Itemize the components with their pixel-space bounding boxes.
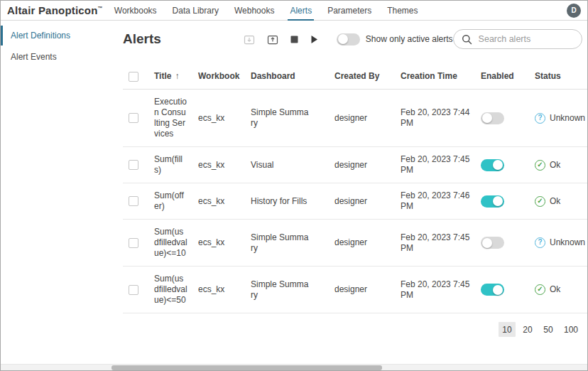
toggle-knob: [493, 196, 503, 206]
sidebar-item-alert-events[interactable]: Alert Events: [1, 46, 114, 68]
row-checkbox[interactable]: [129, 285, 138, 295]
brand-logo: Altair Panopticon™: [7, 4, 103, 16]
cell-created-by: designer: [334, 106, 401, 131]
cell-status: ✓Ok: [535, 189, 587, 214]
cell-created-by: designer: [334, 230, 401, 255]
cell-workbook: ecs_kx: [198, 153, 251, 178]
cell-title: Execution Consulting Services: [154, 90, 198, 146]
alerts-toolbar: Alerts: [123, 25, 587, 53]
search-icon: [462, 34, 472, 45]
column-header-status[interactable]: Status: [535, 67, 587, 87]
enabled-toggle[interactable]: [481, 112, 504, 124]
cell-dashboard: Simple Summary: [251, 272, 334, 308]
row-checkbox[interactable]: [129, 196, 138, 206]
cell-creation-time: Feb 20, 2023 7:45 PM: [401, 272, 481, 308]
table-row: Sum(offer)ecs_kxHistory for Fillsdesigne…: [123, 183, 587, 220]
export-alerts-icon[interactable]: [267, 34, 278, 45]
status-ok-icon: ✓: [535, 160, 545, 171]
toggle-knob: [493, 285, 503, 295]
cell-workbook: ecs_kx: [198, 230, 251, 255]
page-size-20[interactable]: 20: [519, 322, 536, 337]
column-header-created-by[interactable]: Created By: [334, 67, 401, 87]
tab-themes[interactable]: Themes: [387, 1, 418, 20]
cell-workbook: ecs_kx: [198, 277, 251, 302]
table-row: Sum(usdfilledvalue)<=10ecs_kxSimple Summ…: [123, 220, 587, 267]
select-all-checkbox[interactable]: [129, 72, 138, 82]
row-checkbox[interactable]: [129, 238, 138, 248]
search-input[interactable]: [479, 34, 574, 44]
nav-tabs: WorkbooksData LibraryWebhooksAlertsParam…: [114, 1, 434, 20]
row-checkbox[interactable]: [129, 160, 138, 170]
cell-status: ?Unknown: [535, 230, 588, 255]
column-header-title[interactable]: Title↑: [154, 67, 198, 87]
status-ok-icon: ✓: [535, 196, 545, 207]
row-checkbox[interactable]: [129, 113, 138, 123]
show-only-active-alerts-label: Show only active alerts: [366, 34, 453, 44]
start-alerts-icon[interactable]: [310, 35, 318, 44]
cell-status: ✓Ok: [535, 277, 587, 302]
sort-ascending-icon: ↑: [175, 71, 179, 81]
page-title: Alerts: [123, 31, 161, 47]
user-avatar[interactable]: D: [567, 4, 581, 18]
cell-creation-time: Feb 20, 2023 7:44 PM: [401, 100, 481, 136]
status-label: Unknown: [550, 237, 585, 248]
column-header-enabled[interactable]: Enabled: [481, 67, 535, 87]
stop-alerts-icon[interactable]: [290, 36, 298, 43]
column-header-workbook[interactable]: Workbook: [198, 67, 251, 87]
enabled-toggle[interactable]: [481, 159, 504, 171]
cell-created-by: designer: [334, 277, 401, 302]
enabled-toggle[interactable]: [481, 237, 504, 249]
status-ok-icon: ✓: [535, 284, 545, 295]
toggle-knob: [493, 160, 503, 170]
import-alerts-icon[interactable]: [244, 34, 255, 45]
cell-title: Sum(usdfilledvalue)<=10: [154, 220, 198, 266]
table-row: Sum(usdfilledvalue)<=50ecs_kxSimple Summ…: [123, 267, 587, 313]
cell-status: ?Unknown: [535, 106, 588, 131]
cell-status: ✓Ok: [535, 153, 587, 178]
trademark-symbol: ™: [98, 6, 103, 11]
sidebar-item-alert-definitions[interactable]: Alert Definitions: [1, 25, 114, 46]
enabled-toggle[interactable]: [481, 195, 504, 208]
page-size-50[interactable]: 50: [540, 322, 557, 337]
tab-workbooks[interactable]: Workbooks: [114, 1, 157, 20]
cell-title: Sum(fills): [154, 147, 198, 183]
status-label: Ok: [550, 196, 560, 207]
table-row: Execution Consulting Servicesecs_kxSimpl…: [123, 90, 587, 147]
status-label: Ok: [550, 160, 560, 171]
cell-dashboard: Simple Summary: [251, 225, 334, 261]
status-unknown-icon: ?: [535, 113, 545, 124]
toggle-knob: [482, 238, 492, 248]
tab-alerts[interactable]: Alerts: [290, 1, 312, 20]
table-header: Title↑WorkbookDashboardCreated ByCreatio…: [123, 65, 587, 90]
status-label: Ok: [550, 284, 560, 295]
cell-title: Sum(usdfilledvalue)<=50: [154, 267, 198, 313]
status-unknown-icon: ?: [535, 237, 545, 248]
top-nav: Altair Panopticon™ WorkbooksData Library…: [1, 1, 587, 21]
alerts-table: Title↑WorkbookDashboardCreated ByCreatio…: [123, 65, 587, 313]
cell-workbook: ecs_kx: [198, 189, 251, 214]
show-only-active-alerts-toggle[interactable]: [337, 33, 360, 45]
cell-created-by: designer: [334, 153, 401, 178]
search-box: [453, 29, 582, 49]
table-row: Sum(fills)ecs_kxVisualdesignerFeb 20, 20…: [123, 147, 587, 183]
cell-dashboard: Simple Summary: [251, 100, 334, 136]
pagination: 102050100: [123, 322, 582, 337]
app-window: Altair Panopticon™ WorkbooksData Library…: [0, 0, 588, 371]
main-content: Alerts: [114, 21, 587, 364]
active-alerts-toggle-group: Show only active alerts: [337, 33, 453, 45]
table-body: Execution Consulting Servicesecs_kxSimpl…: [123, 90, 587, 313]
enabled-toggle[interactable]: [481, 284, 504, 296]
horizontal-scrollbar: [1, 364, 587, 370]
page-size-100[interactable]: 100: [560, 322, 582, 337]
cell-creation-time: Feb 20, 2023 7:45 PM: [401, 225, 481, 261]
tab-data-library[interactable]: Data Library: [173, 1, 219, 20]
tab-webhooks[interactable]: Webhooks: [234, 1, 274, 20]
page-size-10[interactable]: 10: [499, 322, 516, 337]
cell-dashboard: History for Fills: [251, 189, 334, 214]
column-header-creation-time[interactable]: Creation Time: [401, 67, 481, 87]
sidebar: Alert DefinitionsAlert Events: [1, 21, 114, 364]
tab-parameters[interactable]: Parameters: [327, 1, 371, 20]
cell-creation-time: Feb 20, 2023 7:46 PM: [401, 183, 481, 219]
horizontal-scrollbar-thumb[interactable]: [111, 365, 382, 370]
column-header-dashboard[interactable]: Dashboard: [251, 67, 334, 87]
